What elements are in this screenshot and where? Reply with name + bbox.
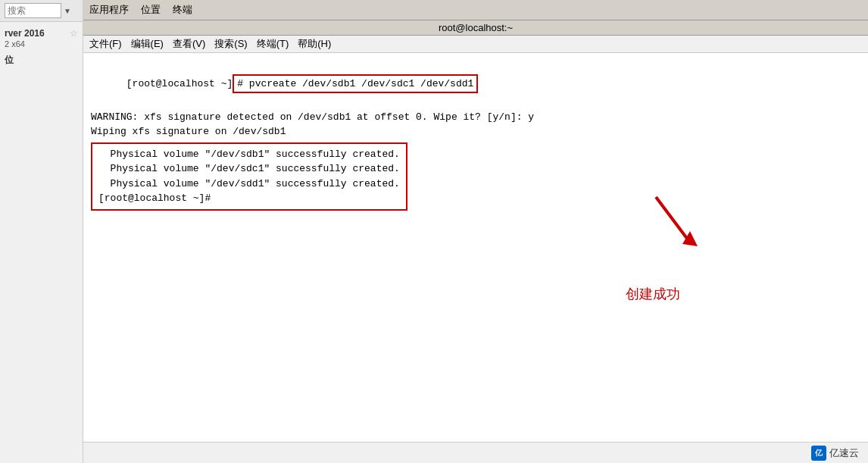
menu-view[interactable]: 查看(V) <box>173 37 205 51</box>
command-line: [root@localhost ~]# pvcreate /dev/sdb1 /… <box>91 59 860 110</box>
terminal-content: [root@localhost ~]# pvcreate /dev/sdb1 /… <box>83 53 868 442</box>
prompt-prefix: [root@localhost ~] <box>126 78 233 89</box>
brand-logo: 亿 亿速云 <box>811 446 859 461</box>
sidebar-item-server: ☆ rver 2016 2 x64 <box>5 28 78 49</box>
arrow-container: 创建成功 <box>626 189 717 280</box>
app-menu-terminal[interactable]: 终端 <box>173 3 192 17</box>
warning-line: WARNING: xfs signature detected on /dev/… <box>91 110 860 125</box>
result-line-2: Physical volume "/dev/sdc1" successfully… <box>98 161 400 177</box>
sidebar-search-area[interactable]: ▼ <box>0 0 83 22</box>
menu-help[interactable]: 帮助(H) <box>298 37 331 51</box>
result-line-1: Physical volume "/dev/sdb1" successfully… <box>98 147 400 162</box>
sidebar-item-sub: 2 x64 <box>5 39 25 48</box>
bottom-bar: 亿 亿速云 <box>83 442 868 463</box>
wiping-line: Wiping xfs signature on /dev/sdb1 <box>91 124 860 139</box>
command-box: # pvcreate /dev/sdb1 /dev/sdc1 /dev/sdd1 <box>233 74 478 94</box>
menu-terminal[interactable]: 终端(T) <box>257 37 289 51</box>
sidebar-item-pos-label: 位 <box>5 55 14 65</box>
brand-name: 亿速云 <box>829 446 859 460</box>
main-area: 应用程序 位置 终端 root@localhost:~ 文件(F) 编辑(E) … <box>83 0 868 463</box>
app-menu-apps[interactable]: 应用程序 <box>89 3 129 17</box>
app-titlebar: 应用程序 位置 终端 <box>83 0 868 20</box>
annotation-label: 创建成功 <box>626 285 680 303</box>
menu-edit[interactable]: 编辑(E) <box>131 37 164 51</box>
app-menu-location[interactable]: 位置 <box>141 3 161 17</box>
sidebar-item-title: rver 2016 <box>5 28 45 39</box>
star-icon[interactable]: ☆ <box>70 28 78 39</box>
svg-line-0 <box>656 197 690 242</box>
search-dropdown-icon[interactable]: ▼ <box>64 7 71 15</box>
terminal-menubar: 文件(F) 编辑(E) 查看(V) 搜索(S) 终端(T) 帮助(H) <box>83 36 868 53</box>
sidebar-items: ☆ rver 2016 2 x64 位 <box>0 22 83 77</box>
final-prompt: [root@localhost ~]# <box>98 191 400 206</box>
menu-file[interactable]: 文件(F) <box>89 37 122 51</box>
search-input[interactable] <box>5 3 61 18</box>
sidebar: ▼ ☆ rver 2016 2 x64 位 <box>0 0 83 463</box>
result-box: Physical volume "/dev/sdb1" successfully… <box>91 142 407 211</box>
sidebar-item-pos: 位 <box>5 54 78 67</box>
terminal-window-title: root@localhost:~ <box>83 20 868 36</box>
brand-icon: 亿 <box>811 446 826 461</box>
annotation-area: 创建成功 <box>626 189 717 280</box>
menu-search[interactable]: 搜索(S) <box>214 37 247 51</box>
result-line-3: Physical volume "/dev/sdd1" successfully… <box>98 177 400 192</box>
red-arrow-icon <box>641 189 709 258</box>
